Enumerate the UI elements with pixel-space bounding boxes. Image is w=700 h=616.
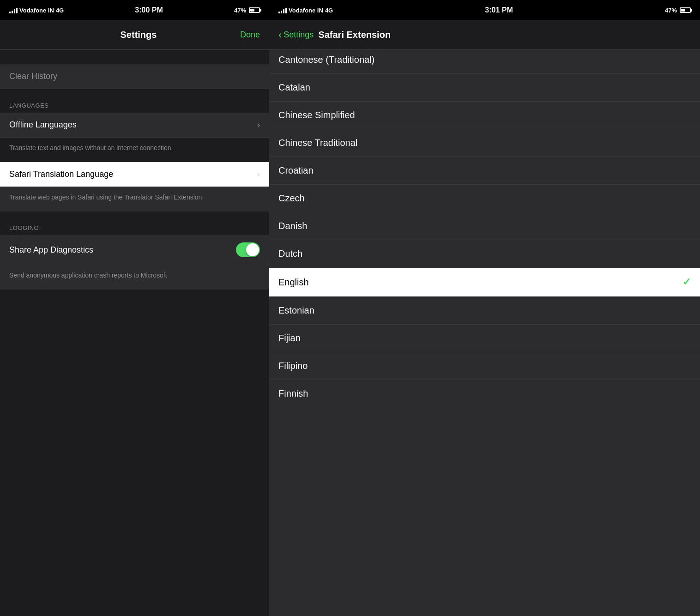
lang-item-dutch[interactable]: Dutch [269,240,700,268]
lang-label-czech: Czech [278,193,305,204]
lang-item-finnish[interactable]: Finnish [269,380,700,403]
lang-label-dutch: Dutch [278,248,302,259]
right-status-icons: 47% [665,7,691,14]
lang-label-catalan: Catalan [278,82,310,93]
logging-section-header: LOGGING [0,211,269,235]
left-network-type: 4G [56,7,64,14]
done-button[interactable]: Done [240,30,260,40]
left-nav-title: Settings [121,30,157,40]
lang-label-cantonese: Cantonese (Traditional) [278,54,374,65]
offline-languages-chevron-icon: › [257,120,260,130]
right-battery-pct: 47% [665,7,677,14]
right-status-bar: Vodafone IN 4G 3:01 PM 47% [269,0,700,20]
lang-label-croatian: Croatian [278,165,314,176]
right-nav-bar: ‹ Settings Safari Extension [269,20,700,50]
safari-translation-item[interactable]: Safari Translation Language › [0,162,269,187]
lang-item-czech[interactable]: Czech [269,185,700,212]
lang-item-catalan[interactable]: Catalan [269,74,700,102]
clear-history-section: Clear History [0,64,269,89]
share-diagnostics-row[interactable]: Share App Diagnostics [0,235,269,265]
left-carrier: Vodafone IN 4G [9,7,64,14]
right-network-type: 4G [325,7,333,14]
lang-item-filipino[interactable]: Filipino [269,352,700,380]
left-panel: Vodafone IN 4G 3:00 PM 47% Settings Done… [0,0,269,616]
clear-history-item[interactable]: Clear History [0,64,269,89]
safari-translation-label: Safari Translation Language [9,169,113,179]
lang-label-danish: Danish [278,221,307,231]
lang-item-chinese-simplified[interactable]: Chinese Simplified [269,102,700,129]
lang-item-fijian[interactable]: Fijian [269,325,700,352]
right-panel: Vodafone IN 4G 3:01 PM 47% ‹ Settings Sa… [269,0,700,616]
share-diagnostics-label: Share App Diagnostics [9,245,93,255]
left-battery-icon [249,7,260,13]
safari-translation-desc: Translate web pages in Safari using the … [0,187,269,211]
lang-label-estonian: Estonian [278,305,314,316]
right-carrier: Vodafone IN 4G [278,7,333,14]
toggle-knob [246,243,259,256]
right-nav-title: Safari Extension [318,30,391,40]
logging-desc: Send anonymous application crash reports… [0,265,269,290]
right-battery-icon [680,7,691,13]
left-carrier-name: Vodafone IN [19,7,54,14]
right-carrier-name: Vodafone IN [289,7,323,14]
lang-item-estonian[interactable]: Estonian [269,297,700,325]
lang-label-english: English [278,277,309,288]
clear-history-label: Clear History [9,72,57,81]
back-button[interactable]: ‹ Settings [278,29,314,41]
left-status-icons: 47% [234,7,260,14]
left-nav-bar: Settings Done [0,20,269,50]
signal-bars-icon [9,7,18,13]
offline-languages-item[interactable]: Offline Languages › [0,113,269,138]
safari-translation-chevron-icon: › [257,169,260,179]
lang-item-danish[interactable]: Danish [269,212,700,240]
offline-languages-label: Offline Languages [9,120,77,130]
lang-item-cantonese-traditional[interactable]: Cantonese (Traditional) [269,50,700,74]
left-status-bar: Vodafone IN 4G 3:00 PM 47% [0,0,269,20]
left-time: 3:00 PM [135,6,163,14]
right-time: 3:01 PM [485,6,513,14]
share-diagnostics-toggle[interactable] [236,242,260,257]
selected-checkmark-icon: ✓ [682,276,691,288]
lang-item-croatian[interactable]: Croatian [269,157,700,185]
lang-item-chinese-traditional[interactable]: Chinese Traditional [269,129,700,157]
right-signal-bars-icon [278,7,287,13]
languages-section-header: LANGUAGES [0,89,269,113]
back-chevron-icon: ‹ [278,29,282,41]
back-label: Settings [284,30,314,40]
lang-label-chinese-traditional: Chinese Traditional [278,138,357,148]
language-list: Cantonese (Traditional) Catalan Chinese … [269,50,700,616]
lang-label-chinese-simplified: Chinese Simplified [278,110,355,121]
offline-languages-desc: Translate text and images without an int… [0,138,269,162]
left-battery-pct: 47% [234,7,246,14]
lang-item-english[interactable]: English ✓ [269,268,700,297]
lang-label-fijian: Fijian [278,333,301,344]
lang-label-filipino: Filipino [278,361,308,371]
lang-label-finnish: Finnish [278,388,308,399]
